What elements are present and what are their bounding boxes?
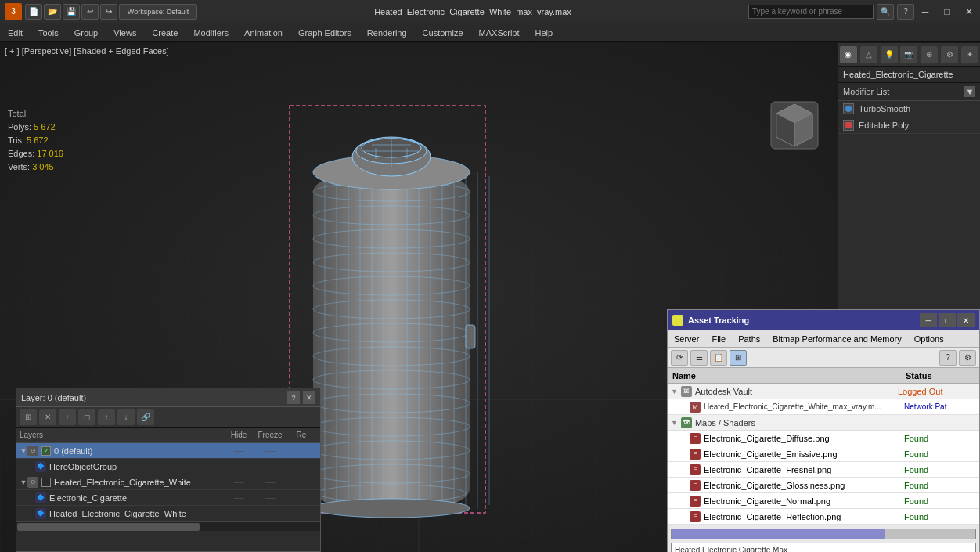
asset-reflection-icon: F: [690, 511, 701, 522]
layer-help-button[interactable]: ?: [287, 391, 300, 404]
layer-name-hero: HeroObjectGroup: [49, 462, 223, 471]
layer-tool-down[interactable]: ↓: [117, 409, 135, 425]
stat-edges: Edges: 17 016: [8, 147, 63, 161]
menu-tools[interactable]: Tools: [31, 23, 67, 42]
rp-icon-lights[interactable]: 💡: [881, 46, 898, 63]
asset-tool-settings[interactable]: ⚙: [959, 350, 976, 366]
menu-views[interactable]: Views: [106, 23, 144, 42]
layer-render-ecig: [286, 494, 317, 502]
menu-help[interactable]: Help: [528, 23, 561, 42]
modifier-list-header[interactable]: Modifier List ▼: [838, 83, 980, 101]
stat-polys: Polys: 5 672: [8, 121, 63, 134]
asset-menu-server[interactable]: Server: [668, 330, 705, 348]
layer-tool-delete[interactable]: ✕: [39, 409, 56, 425]
asset-diffuse-name: F Electronic_Cigarette_Diffuse.png: [668, 433, 901, 444]
layer-vis-heated2: 🔷: [35, 508, 46, 519]
menu-group[interactable]: Group: [67, 23, 106, 42]
layer-row-default[interactable]: ▼ ⊙ ✓ 0 (default) ── ──: [16, 443, 320, 459]
layer-tool-add[interactable]: +: [59, 409, 76, 425]
titlebar-search: 🔍 ?: [748, 4, 914, 20]
save-button[interactable]: 💾: [63, 4, 80, 20]
menu-customize[interactable]: Customize: [415, 23, 471, 42]
asset-tool-help[interactable]: ?: [939, 350, 957, 366]
rp-icon-geometry[interactable]: ◉: [840, 46, 857, 63]
rp-icon-effects[interactable]: ✦: [961, 46, 978, 63]
open-button[interactable]: 📂: [44, 4, 61, 20]
asset-menu-bitmap[interactable]: Bitmap Performance and Memory: [766, 330, 907, 348]
app-logo: 3: [5, 3, 22, 20]
asset-normal-name: F Electronic_Cigarette_Normal.png: [668, 496, 901, 507]
rp-icon-cameras[interactable]: 📷: [900, 46, 917, 63]
modifier-list-dropdown[interactable]: ▼: [964, 86, 975, 97]
layer-expand-0[interactable]: ▼: [20, 447, 27, 455]
asset-diffuse-label: Electronic_Cigarette_Diffuse.png: [704, 434, 830, 443]
search-button[interactable]: 🔍: [877, 4, 894, 20]
close-button[interactable]: ✕: [958, 0, 980, 23]
menu-graph-editors[interactable]: Graph Editors: [290, 23, 359, 42]
asset-max-icon: M: [690, 402, 701, 413]
rp-icon-systems[interactable]: ⚙: [941, 46, 958, 63]
asset-row-emissive[interactable]: F Electronic_Cigarette_Emissive.png Foun…: [668, 446, 979, 462]
layer-expand-heated[interactable]: ▼: [20, 478, 27, 486]
rp-icon-shapes[interactable]: △: [860, 46, 877, 63]
layer-row-heated2[interactable]: 🔷 Heated_Electronic_Cigarette_White ── ─…: [16, 506, 320, 521]
layer-tool-up[interactable]: ↑: [98, 409, 115, 425]
asset-group-vault[interactable]: ▼ 🏛 Autodesk Vault Logged Out: [668, 384, 979, 399]
modifier-editable-poly[interactable]: Editable Poly: [838, 117, 980, 134]
asset-maximize-button[interactable]: □: [939, 313, 956, 327]
modifier-turbosmooth[interactable]: TurboSmooth: [838, 101, 980, 117]
asset-row-max[interactable]: M Heated_Electronic_Cigarette_White_max_…: [668, 399, 979, 415]
asset-close-button[interactable]: ✕: [957, 313, 975, 327]
maximize-button[interactable]: □: [936, 0, 958, 23]
layer-check-heated[interactable]: [41, 478, 51, 487]
asset-tool-3[interactable]: 📋: [710, 350, 727, 366]
menu-edit[interactable]: Edit: [0, 23, 31, 42]
layer-tool-select[interactable]: ◻: [78, 409, 95, 425]
asset-row-diffuse[interactable]: F Electronic_Cigarette_Diffuse.png Found: [668, 431, 979, 446]
minimize-button[interactable]: ─: [914, 0, 936, 23]
asset-row-normal[interactable]: F Electronic_Cigarette_Normal.png Found: [668, 493, 979, 509]
asset-tool-4[interactable]: ⊞: [730, 350, 747, 366]
undo-button[interactable]: ↩: [81, 4, 99, 20]
layer-row-ecig[interactable]: 🔷 Electronic_Cigarette ── ──: [16, 490, 320, 506]
nav-cube[interactable]: [767, 98, 822, 153]
menu-modifiers[interactable]: Modifiers: [186, 23, 236, 42]
layer-row-hero[interactable]: 🔷 HeroObjectGroup ── ──: [16, 459, 320, 474]
layer-cols-ecig: ── ──: [223, 494, 317, 502]
layer-close-button[interactable]: ✕: [303, 391, 315, 404]
asset-minimize-button[interactable]: ─: [920, 313, 937, 327]
viewport-label: [ + ] [Perspective] [Shaded + Edged Face…: [5, 46, 169, 56]
layer-check-0[interactable]: ✓: [41, 446, 51, 456]
asset-tool-2[interactable]: ☰: [690, 350, 708, 366]
asset-emissive-icon: F: [690, 449, 701, 460]
menu-maxscript[interactable]: MAXScript: [471, 23, 528, 42]
search-input[interactable]: [748, 5, 874, 19]
asset-menu-paths[interactable]: Paths: [732, 330, 766, 348]
layer-scrollbar-thumb[interactable]: [17, 523, 200, 531]
menu-rendering[interactable]: Rendering: [359, 23, 415, 42]
asset-fresnel-label: Electronic_Cigarette_Fresnel.png: [704, 465, 831, 474]
layer-name-heated: Heated_Electronic_Cigarette_White: [54, 478, 223, 487]
workspace-selector[interactable]: Workspace: Default: [119, 4, 197, 20]
asset-row-glossiness[interactable]: F Electronic_Cigarette_Glossiness.png Fo…: [668, 478, 979, 493]
menu-create[interactable]: Create: [144, 23, 186, 42]
layer-tool-link[interactable]: 🔗: [137, 409, 154, 425]
layer-panel: Layer: 0 (default) ? ✕ ⊞ ✕ + ◻ ↑ ↓ 🔗 Lay…: [16, 388, 321, 552]
asset-menu-options[interactable]: Options: [908, 330, 950, 348]
layer-hide-heated: ──: [223, 478, 254, 486]
layer-scrollbar[interactable]: [16, 521, 320, 531]
asset-menu-file[interactable]: File: [705, 330, 732, 348]
asset-row-reflection[interactable]: F Electronic_Cigarette_Reflection.png Fo…: [668, 509, 979, 525]
layer-col-layers: Layers: [20, 431, 223, 439]
help-button[interactable]: ?: [897, 4, 914, 20]
modifier-turbosmooth-icon: [843, 103, 854, 114]
asset-row-fresnel[interactable]: F Electronic_Cigarette_Fresnel.png Found: [668, 462, 979, 478]
asset-group-maps[interactable]: ▼ 🗺 Maps / Shaders: [668, 415, 979, 431]
rp-icon-helpers[interactable]: ⊕: [921, 46, 938, 63]
redo-button[interactable]: ↪: [100, 4, 117, 20]
layer-tool-icon1[interactable]: ⊞: [20, 409, 37, 425]
new-button[interactable]: 📄: [25, 4, 42, 20]
asset-tool-1[interactable]: ⟳: [671, 350, 688, 366]
layer-row-heated[interactable]: ▼ ⊙ Heated_Electronic_Cigarette_White ──…: [16, 474, 320, 490]
menu-animation[interactable]: Animation: [236, 23, 290, 42]
